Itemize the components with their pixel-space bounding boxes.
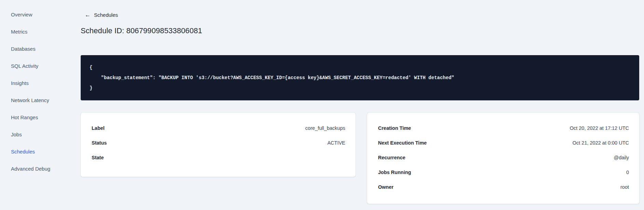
info-row-status-value: ACTIVE bbox=[327, 139, 345, 147]
info-row-label-value: core_full_backups bbox=[305, 124, 345, 132]
schedule-timing-card: Creation Time Oct 20, 2022 at 17:12 UTC … bbox=[367, 113, 639, 204]
app-root: Overview Metrics Databases SQL Activity … bbox=[0, 0, 644, 210]
sidebar-item-hot-ranges[interactable]: Hot Ranges bbox=[11, 114, 38, 121]
sidebar-item-databases[interactable]: Databases bbox=[11, 45, 36, 53]
main-content: ← Schedules Schedule ID: 806799098533806… bbox=[68, 0, 644, 210]
info-row-state: State bbox=[92, 154, 345, 161]
back-link-schedules[interactable]: ← Schedules bbox=[85, 12, 118, 18]
info-row-jobs-running-value: 0 bbox=[626, 169, 629, 176]
schedule-definition-code: { "backup_statement": "BACKUP INTO 's3:/… bbox=[90, 62, 630, 93]
info-row-owner-key: Owner bbox=[378, 183, 393, 191]
schedule-definition-block: { "backup_statement": "BACKUP INTO 's3:/… bbox=[81, 55, 639, 100]
schedule-details-card: Label core_full_backups Status ACTIVE St… bbox=[81, 113, 355, 177]
info-row-next-execution-time: Next Execution Time Oct 21, 2022 at 0:00… bbox=[378, 139, 629, 147]
info-row-next-execution-time-value: Oct 21, 2022 at 0:00 UTC bbox=[573, 139, 629, 147]
sidebar-item-insights[interactable]: Insights bbox=[11, 79, 29, 87]
info-row-recurrence-value: @daily bbox=[614, 154, 629, 161]
back-arrow-icon: ← bbox=[85, 12, 91, 18]
info-row-owner: Owner root bbox=[378, 183, 629, 191]
info-row-creation-time-value: Oct 20, 2022 at 17:12 UTC bbox=[570, 124, 629, 132]
info-row-label: Label core_full_backups bbox=[92, 124, 345, 132]
info-row-status-key: Status bbox=[92, 139, 107, 147]
sidebar-item-schedules[interactable]: Schedules bbox=[11, 148, 35, 156]
sidebar-nav: Overview Metrics Databases SQL Activity … bbox=[0, 0, 68, 210]
info-row-recurrence-key: Recurrence bbox=[378, 154, 405, 161]
info-row-state-key: State bbox=[92, 154, 104, 161]
info-row-label-key: Label bbox=[92, 124, 105, 132]
sidebar-item-metrics[interactable]: Metrics bbox=[11, 28, 27, 36]
info-row-jobs-running-key: Jobs Running bbox=[378, 169, 411, 176]
sidebar-item-list: Overview Metrics Databases SQL Activity … bbox=[11, 11, 68, 173]
summary-cards-row: Label core_full_backups Status ACTIVE St… bbox=[81, 113, 639, 204]
info-row-next-execution-time-key: Next Execution Time bbox=[378, 139, 427, 147]
info-row-status: Status ACTIVE bbox=[92, 139, 345, 147]
info-row-creation-time: Creation Time Oct 20, 2022 at 17:12 UTC bbox=[378, 124, 629, 132]
info-row-jobs-running: Jobs Running 0 bbox=[378, 169, 629, 176]
info-row-recurrence: Recurrence @daily bbox=[378, 154, 629, 161]
sidebar-item-sql-activity[interactable]: SQL Activity bbox=[11, 62, 38, 70]
info-row-owner-value: root bbox=[620, 183, 629, 191]
sidebar-item-jobs[interactable]: Jobs bbox=[11, 131, 22, 138]
page-title: Schedule ID: 806799098533806081 bbox=[81, 26, 639, 35]
info-row-creation-time-key: Creation Time bbox=[378, 124, 411, 132]
sidebar-item-network-latency[interactable]: Network Latency bbox=[11, 97, 49, 104]
sidebar-item-advanced-debug[interactable]: Advanced Debug bbox=[11, 165, 50, 173]
back-link-label: Schedules bbox=[94, 12, 118, 18]
sidebar-item-overview[interactable]: Overview bbox=[11, 11, 32, 18]
